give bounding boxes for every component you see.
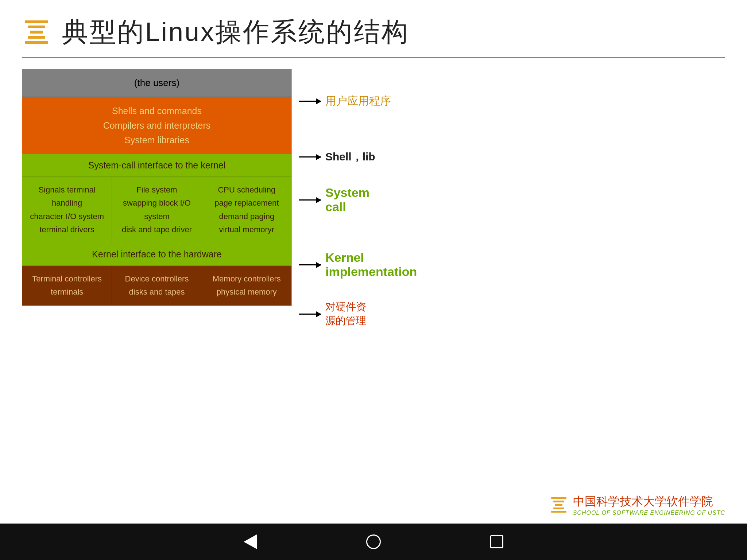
kernel-col-fs-l2: swapping block I/O — [116, 197, 198, 210]
kernel-col-signals-l1: Signals terminal — [26, 183, 108, 197]
ann-syscall-item: System call — [299, 186, 725, 214]
kernel-col-signals-l2: handling — [26, 197, 108, 210]
footer-logo-bar-5 — [551, 511, 566, 513]
ann-users-item: 用户应用程序 — [299, 94, 725, 109]
logo-bar-2 — [28, 26, 45, 28]
recent-button[interactable] — [490, 535, 503, 548]
arrow-syscall-icon — [299, 199, 321, 201]
syscall-layer: System-call interface to the kernel — [22, 154, 291, 177]
ann-spacer-orange — [299, 109, 725, 149]
ctrl-memory-l1: Memory controllers — [206, 272, 288, 285]
ann-syscall-l2: call — [325, 200, 369, 214]
kernel-col-cpu-l3: demand paging — [206, 210, 288, 223]
header: 典型的Linux操作系统的结构 — [22, 15, 725, 50]
ann-spacer-kernel — [299, 214, 725, 250]
kernel-col-signals-l4: terminal drivers — [26, 223, 108, 236]
kernel-col-cpu-l1: CPU scheduling — [206, 183, 288, 197]
kernel-col-fs-l1: File system — [116, 183, 198, 197]
ann-kernel-item: Kernel implementation — [299, 250, 725, 279]
ann-hardware-text: 对硬件资 源的管理 — [325, 300, 366, 328]
ctrl-memory-l2: physical memory — [206, 285, 288, 299]
logo-bar-3 — [30, 31, 43, 33]
slide-area: 典型的Linux操作系统的结构 (the users) Shells and c… — [0, 0, 747, 524]
ann-spacer-hw — [299, 279, 725, 300]
ann-syscall-l1: System — [325, 186, 369, 200]
ctrl-terminal-l2: terminals — [26, 285, 108, 299]
kernel-col-fs-l3: system — [116, 210, 198, 223]
ctrl-device-l2: disks and tapes — [116, 285, 198, 299]
footer-text-block: 中国科学技术大学软件学院 SCHOOL OF SOFTWARE ENGINEER… — [573, 494, 725, 516]
kernel-col-cpu-l4: virtual memoryr — [206, 223, 288, 236]
ctrl-device-l1: Device controllers — [116, 272, 198, 285]
ann-spacer-users — [299, 69, 725, 94]
ann-spacer-syscall — [299, 164, 725, 186]
footer-main-text: 中国科学技术大学软件学院 — [573, 494, 725, 510]
recent-icon — [490, 535, 503, 548]
kernel-col-fs: File system swapping block I/O system di… — [112, 177, 202, 243]
ctrl-col-terminal: Terminal controllers terminals — [22, 266, 112, 306]
kernel-layer: Signals terminal handling character I/O … — [22, 177, 291, 243]
footer-logo-bar-1 — [551, 497, 566, 499]
diagram: (the users) Shells and commands Compiler… — [22, 69, 292, 306]
kernel-col-fs-l4: disk and tape driver — [116, 223, 198, 236]
ann-hardware-l1: 对硬件资 — [325, 300, 366, 314]
logo-bar-1 — [25, 20, 48, 23]
ctrl-col-memory: Memory controllers physical memory — [202, 266, 291, 306]
logo-bar-5 — [25, 41, 48, 44]
footer-logo-bar-4 — [553, 508, 564, 509]
ann-shell-item: Shell，lib — [299, 149, 725, 164]
footer-logo-bar-2 — [553, 501, 564, 502]
android-nav-bar — [0, 524, 747, 560]
ann-hardware-l2: 源的管理 — [325, 314, 366, 328]
page-title: 典型的Linux操作系统的结构 — [62, 15, 409, 50]
kernel-col-cpu-l2: page replacement — [206, 197, 288, 210]
footer-logo-bar-3 — [555, 504, 562, 506]
ann-shell-text: Shell，lib — [325, 149, 375, 164]
compilers-label: Compilers and interpreters — [26, 118, 288, 133]
ann-syscall-text: System call — [325, 186, 369, 214]
ann-kernel-l2: implementation — [325, 265, 417, 279]
logo-icon — [22, 18, 51, 47]
ctrl-terminal-l1: Terminal controllers — [26, 272, 108, 285]
annotations-panel: 用户应用程序 Shell，lib System call — [292, 69, 725, 328]
home-icon — [366, 534, 381, 549]
hardware-label: Kernel interface to the hardware — [92, 249, 222, 259]
syslibs-label: System libraries — [26, 133, 288, 147]
controllers-layer: Terminal controllers terminals Device co… — [22, 266, 291, 306]
divider-line — [22, 57, 725, 58]
hardware-layer: Kernel interface to the hardware — [22, 243, 291, 266]
kernel-col-signals-l3: character I/O system — [26, 210, 108, 223]
users-label: (the users) — [134, 77, 179, 88]
arrow-kernel-icon — [299, 264, 321, 265]
syscall-label: System-call interface to the kernel — [88, 160, 226, 170]
back-icon — [244, 534, 257, 549]
ann-hardware-item: 对硬件资 源的管理 — [299, 300, 725, 328]
users-layer: (the users) — [22, 69, 291, 97]
shells-label: Shells and commands — [26, 104, 288, 118]
footer-logo: 中国科学技术大学软件学院 SCHOOL OF SOFTWARE ENGINEER… — [22, 494, 725, 516]
footer-logo-icon — [550, 496, 568, 514]
logo-bar-4 — [28, 36, 45, 39]
main-content: (the users) Shells and commands Compiler… — [22, 69, 725, 490]
orange-layer: Shells and commands Compilers and interp… — [22, 97, 291, 154]
arrow-shell-icon — [299, 156, 321, 158]
back-button[interactable] — [244, 534, 257, 549]
ann-kernel-text: Kernel implementation — [325, 250, 417, 279]
kernel-col-signals: Signals terminal handling character I/O … — [22, 177, 112, 243]
footer-sub-text: SCHOOL OF SOFTWARE ENGINEERING OF USTC — [573, 510, 725, 516]
home-button[interactable] — [366, 534, 381, 549]
ann-users-text: 用户应用程序 — [325, 94, 391, 109]
ann-kernel-l1: Kernel — [325, 250, 417, 265]
kernel-col-cpu: CPU scheduling page replacement demand p… — [202, 177, 291, 243]
ctrl-col-device: Device controllers disks and tapes — [112, 266, 202, 306]
arrow-hardware-icon — [299, 314, 321, 315]
arrow-users-icon — [299, 101, 321, 102]
